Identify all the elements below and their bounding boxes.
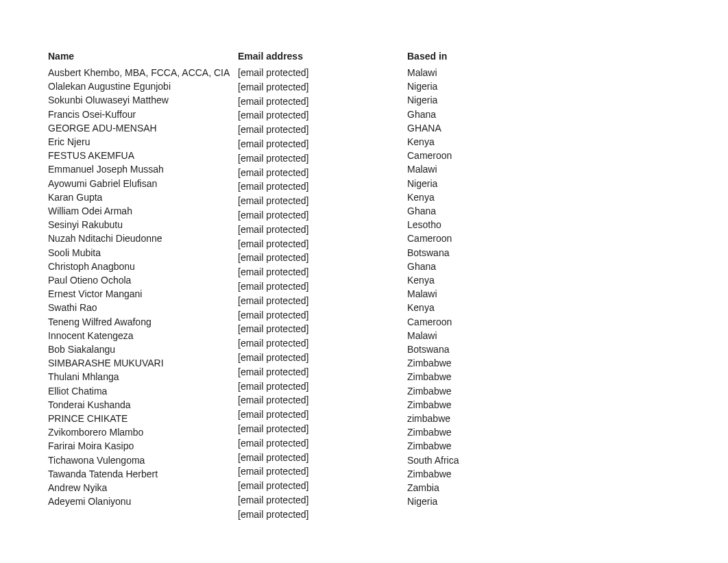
email-cell[interactable]: [email protected] bbox=[238, 208, 407, 223]
name-cell: Christoph Anagbonu bbox=[48, 260, 238, 273]
email-cell[interactable]: [email protected] bbox=[238, 137, 407, 151]
based-cell: Cameroon bbox=[407, 315, 544, 329]
name-cell: Karan Gupta bbox=[48, 190, 238, 204]
email-cell[interactable]: [email protected] bbox=[238, 479, 407, 493]
based-cell: Zimbabwe bbox=[407, 398, 544, 412]
name-cell: Innocent Katengeza bbox=[48, 329, 238, 342]
name-cell: Elliot Chatima bbox=[48, 384, 238, 398]
based-cell: Zambia bbox=[407, 481, 544, 495]
based-cell: zimbabwe bbox=[407, 412, 544, 425]
email-cell[interactable]: [email protected] bbox=[238, 66, 407, 80]
email-cell[interactable]: [email protected] bbox=[238, 508, 407, 522]
name-cell: Adeyemi Olaniyonu bbox=[48, 495, 238, 508]
name-cell: Teneng Wilfred Awafong bbox=[48, 315, 238, 329]
based-cell: Ghana bbox=[407, 204, 544, 218]
name-cell: Swathi Rao bbox=[48, 301, 238, 314]
email-cell[interactable]: [email protected] bbox=[238, 393, 407, 408]
email-cell[interactable]: [email protected] bbox=[238, 80, 407, 95]
based-cell: Kenya bbox=[407, 190, 544, 204]
name-cell: Tichawona Vulengoma bbox=[48, 453, 238, 467]
header-name: Name bbox=[48, 49, 238, 63]
based-cell: Nigeria bbox=[407, 495, 544, 508]
name-cell: Ernest Victor Mangani bbox=[48, 287, 238, 301]
email-cell[interactable]: [email protected] bbox=[238, 95, 407, 109]
name-cell: GEORGE ADU-MENSAH bbox=[48, 121, 238, 135]
based-cell: Cameroon bbox=[407, 149, 544, 162]
based-cell: Botswana bbox=[407, 246, 544, 260]
name-cell: William Odei Armah bbox=[48, 204, 238, 218]
based-cell: Malawi bbox=[407, 66, 544, 79]
based-cell: Malawi bbox=[407, 162, 544, 176]
name-cell: Sesinyi Rakubutu bbox=[48, 218, 238, 232]
based-cell: Nigeria bbox=[407, 177, 544, 190]
based-cell: Zimbabwe bbox=[407, 356, 544, 370]
based-cell: Kenya bbox=[407, 301, 544, 314]
name-cell: Sooli Mubita bbox=[48, 246, 238, 260]
name-cell: Ayowumi Gabriel Elufisan bbox=[48, 177, 238, 190]
based-cell: Zimbabwe bbox=[407, 439, 544, 453]
name-cell: Andrew Nyika bbox=[48, 481, 238, 495]
based-cell: Kenya bbox=[407, 273, 544, 287]
email-cell[interactable]: [email protected] bbox=[238, 166, 407, 180]
based-cell: Nigeria bbox=[407, 79, 544, 93]
email-cell[interactable]: [email protected] bbox=[238, 408, 407, 422]
email-cell[interactable]: [email protected] bbox=[238, 451, 407, 465]
email-cell[interactable]: [email protected] bbox=[238, 379, 407, 394]
email-cell[interactable]: [email protected] bbox=[238, 351, 407, 365]
email-cell[interactable]: [email protected] bbox=[238, 436, 407, 451]
email-cell[interactable]: [email protected] bbox=[238, 194, 407, 208]
email-cell[interactable]: [email protected] bbox=[238, 294, 407, 308]
email-cell[interactable]: [email protected] bbox=[238, 279, 407, 294]
name-cell: Bob Siakalangu bbox=[48, 342, 238, 356]
based-cell: South Africa bbox=[407, 453, 544, 467]
email-cell[interactable]: [email protected] bbox=[238, 365, 407, 379]
name-cell: SIMBARASHE MUKUVARI bbox=[48, 356, 238, 370]
name-cell: Emmanuel Joseph Mussah bbox=[48, 162, 238, 176]
email-cell[interactable]: [email protected] bbox=[238, 336, 407, 351]
email-cell[interactable]: [email protected] bbox=[238, 179, 407, 194]
email-cell[interactable]: [email protected] bbox=[238, 422, 407, 436]
based-cell: Nigeria bbox=[407, 93, 544, 107]
name-cell: PRINCE CHIKATE bbox=[48, 412, 238, 425]
based-cell: Cameroon bbox=[407, 232, 544, 245]
based-cell: Lesotho bbox=[407, 218, 544, 232]
email-cell[interactable]: [email protected] bbox=[238, 308, 407, 323]
based-cell: Malawi bbox=[407, 329, 544, 342]
name-cell: Francis Osei-Kuffour bbox=[48, 108, 238, 121]
based-cell: Ghana bbox=[407, 108, 544, 121]
based-cell: GHANA bbox=[407, 121, 544, 135]
header-email: Email address bbox=[238, 49, 407, 63]
column-based: Based in MalawiNigeriaNigeriaGhanaGHANAK… bbox=[407, 49, 544, 522]
email-cell[interactable]: [email protected] bbox=[238, 123, 407, 137]
name-cell: Nuzah Nditachi Dieudonne bbox=[48, 232, 238, 245]
email-cell[interactable]: [email protected] bbox=[238, 251, 407, 265]
email-cell[interactable]: [email protected] bbox=[238, 223, 407, 237]
header-based: Based in bbox=[407, 49, 544, 63]
name-cell: Tonderai Kushanda bbox=[48, 398, 238, 412]
based-cell: Zimbabwe bbox=[407, 370, 544, 384]
based-cell: Zimbabwe bbox=[407, 467, 544, 481]
based-cell: Zimbabwe bbox=[407, 384, 544, 398]
name-cell: Farirai Moira Kasipo bbox=[48, 439, 238, 453]
name-cell: Zvikomborero Mlambo bbox=[48, 425, 238, 439]
based-cell: Kenya bbox=[407, 135, 544, 149]
email-cell[interactable]: [email protected] bbox=[238, 322, 407, 336]
email-cell[interactable]: [email protected] bbox=[238, 237, 407, 251]
column-email: Email address [email protected][email pr… bbox=[238, 49, 407, 522]
name-cell: Paul Otieno Ochola bbox=[48, 273, 238, 287]
email-cell[interactable]: [email protected] bbox=[238, 265, 407, 279]
name-cell: Tawanda Tatenda Herbert bbox=[48, 467, 238, 481]
name-cell: Thulani Mhlanga bbox=[48, 370, 238, 384]
email-cell[interactable]: [email protected] bbox=[238, 493, 407, 508]
based-cell: Ghana bbox=[407, 260, 544, 273]
email-cell[interactable]: [email protected] bbox=[238, 464, 407, 479]
email-cell[interactable]: [email protected] bbox=[238, 151, 407, 166]
based-cell: Malawi bbox=[407, 287, 544, 301]
email-cell[interactable]: [email protected] bbox=[238, 108, 407, 123]
based-cell: Botswana bbox=[407, 342, 544, 356]
page-content: Name Ausbert Khembo, MBA, FCCA, ACCA, CI… bbox=[0, 0, 728, 549]
based-cell: Zimbabwe bbox=[407, 425, 544, 439]
name-cell: FESTUS AKEMFUA bbox=[48, 149, 238, 162]
name-cell: Eric Njeru bbox=[48, 135, 238, 149]
column-name: Name Ausbert Khembo, MBA, FCCA, ACCA, CI… bbox=[48, 49, 238, 522]
